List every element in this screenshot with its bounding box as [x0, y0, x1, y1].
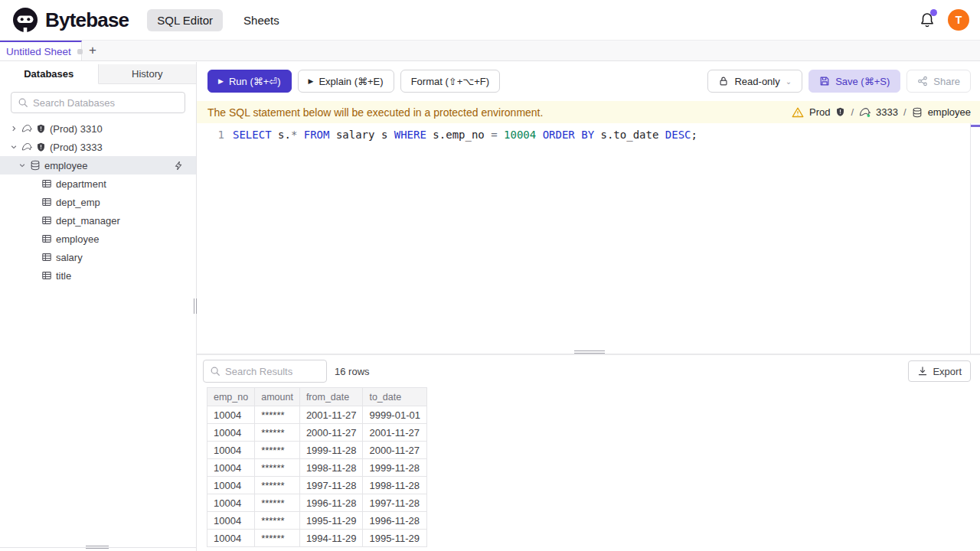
table-cell: ****** [255, 406, 300, 424]
chevron-right-icon[interactable] [10, 125, 18, 132]
results-panel: 16 rows Export emp_noamountfrom_dateto_d… [197, 355, 980, 551]
format-button[interactable]: Format (⇧+⌥+F) [400, 70, 500, 93]
table-row[interactable]: 10004******1994-11-291995-11-29 [207, 530, 427, 547]
explain-button[interactable]: ▶ Explain (⌘+E) [298, 70, 394, 93]
row-count: 16 rows [335, 366, 370, 377]
results-search[interactable] [203, 360, 327, 383]
database-search-input[interactable] [33, 97, 178, 109]
column-header-amount[interactable]: amount [255, 388, 300, 406]
sql-token-number: 10004 [504, 129, 536, 141]
column-header-to_date[interactable]: to_date [363, 388, 427, 406]
table-cell: 1997-11-28 [299, 477, 363, 494]
table-row[interactable]: 10004******1996-11-281997-11-28 [207, 494, 427, 512]
table-row[interactable]: 10004******1995-11-291996-11-28 [207, 512, 427, 530]
tree-item-label: department [56, 178, 106, 190]
add-sheet-button[interactable]: + [82, 41, 103, 60]
table-cell: ****** [255, 477, 300, 494]
lock-icon [718, 76, 729, 86]
table-row[interactable]: 10004******2001-11-279999-01-01 [207, 406, 427, 424]
database-tree: (Prod) 3310(Prod) 3333employeedepartment… [0, 119, 196, 285]
table-cell: 1997-11-28 [363, 494, 427, 512]
sheet-tab-strip: Untitled Sheet + [0, 40, 980, 61]
search-icon [210, 366, 220, 377]
table-icon [41, 252, 52, 262]
app-header: Bytebase SQL Editor Sheets T [0, 0, 980, 40]
sql-statement: SELECT s.* FROM salary s WHERE s.emp_no … [233, 129, 697, 141]
table-cell: 10004 [207, 530, 255, 547]
banner-message: The SQL statement below will be executed… [207, 106, 543, 119]
bytebase-logo[interactable]: Bytebase [0, 7, 129, 33]
table-icon [41, 197, 52, 207]
results-search-input[interactable] [225, 366, 320, 377]
table-cell: 1999-11-28 [363, 459, 427, 477]
tree-item-employee[interactable]: employee [0, 156, 196, 174]
column-header-from_date[interactable]: from_date [299, 388, 363, 406]
sql-token-operator: = [491, 129, 504, 141]
table-row[interactable]: 10004******1997-11-281998-11-28 [207, 477, 427, 494]
environment-label: Prod [809, 106, 830, 118]
nav-sheets[interactable]: Sheets [234, 9, 289, 31]
top-nav: SQL Editor Sheets [147, 9, 289, 31]
sidebar: Databases History (Prod) 3310(Prod) 3333… [0, 62, 197, 551]
table-row[interactable]: 10004******1998-11-281999-11-28 [207, 459, 427, 477]
table-cell: 10004 [207, 406, 255, 424]
save-icon [819, 76, 830, 86]
tree-item-label: (Prod) 3333 [50, 142, 103, 153]
sql-token-plain: s.emp_no [433, 129, 491, 141]
tree-item-title[interactable]: title [0, 266, 196, 285]
sql-token-plain: salary s [336, 129, 394, 141]
zap-icon[interactable] [174, 161, 184, 171]
tab-databases[interactable]: Databases [0, 64, 99, 84]
mysql-icon [21, 123, 32, 134]
tree-item--prod-3310[interactable]: (Prod) 3310 [0, 119, 196, 138]
avatar[interactable]: T [948, 9, 969, 31]
table-row[interactable]: 10004******2000-11-272001-11-27 [207, 424, 427, 442]
sql-editor[interactable]: 1 SELECT s.* FROM salary s WHERE s.emp_n… [197, 123, 980, 354]
sidebar-tabs: Databases History [0, 64, 196, 84]
sql-token-keyword: ORDER BY [543, 129, 601, 141]
table-cell: 2001-11-27 [363, 424, 427, 442]
sql-token-keyword: DESC [665, 129, 691, 141]
sheet-tab-untitled[interactable]: Untitled Sheet [0, 41, 82, 60]
sidebar-resize-handle[interactable] [86, 546, 109, 550]
tree-item-label: title [56, 270, 71, 282]
mysql-icon [21, 142, 32, 152]
tree-item-dept-emp[interactable]: dept_emp [0, 193, 196, 211]
tree-item-salary[interactable]: salary [0, 248, 196, 266]
run-button[interactable]: ▶ Run (⌘+⏎) [207, 70, 292, 93]
tree-item--prod-3333[interactable]: (Prod) 3333 [0, 138, 196, 156]
table-cell: 10004 [207, 477, 255, 494]
results-table: emp_noamountfrom_dateto_date 10004******… [207, 387, 427, 547]
export-button[interactable]: Export [908, 360, 971, 382]
line-number: 1 [197, 129, 224, 141]
tree-item-dept-manager[interactable]: dept_manager [0, 211, 196, 230]
share-button[interactable]: Share [906, 70, 971, 93]
connection-breadcrumb[interactable]: Prod / 3333 / [792, 106, 971, 119]
nav-sql-editor[interactable]: SQL Editor [147, 9, 223, 31]
results-header-row: emp_noamountfrom_dateto_date [207, 388, 427, 406]
table-icon [41, 233, 52, 244]
table-cell: 2000-11-27 [363, 442, 427, 459]
notifications-button[interactable] [919, 11, 936, 28]
cursor-position-marker [971, 125, 980, 127]
sql-token-keyword: SELECT [233, 129, 278, 141]
save-button[interactable]: Save (⌘+S) [808, 70, 900, 93]
sql-line: 1 SELECT s.* FROM salary s WHERE s.emp_n… [197, 127, 980, 142]
readonly-mode-select[interactable]: Read-only ⌄ [707, 70, 802, 93]
table-cell: ****** [255, 442, 300, 459]
table-cell: 10004 [207, 494, 255, 512]
tab-history[interactable]: History [99, 64, 197, 84]
database-search[interactable] [11, 92, 185, 113]
chevron-down-icon[interactable] [18, 161, 26, 169]
database-icon [912, 107, 923, 118]
tree-item-label: (Prod) 3310 [50, 123, 103, 135]
table-cell: 1996-11-28 [363, 512, 427, 530]
tree-item-employee[interactable]: employee [0, 230, 196, 248]
tree-item-department[interactable]: department [0, 174, 196, 193]
table-row[interactable]: 10004******1999-11-282000-11-27 [207, 442, 427, 459]
column-header-emp_no[interactable]: emp_no [207, 388, 255, 406]
chevron-down-icon[interactable] [10, 143, 18, 151]
editor-overview-ruler [970, 123, 971, 354]
results-toolbar: 16 rows Export [197, 355, 980, 387]
chevron-down-icon: ⌄ [786, 77, 792, 86]
